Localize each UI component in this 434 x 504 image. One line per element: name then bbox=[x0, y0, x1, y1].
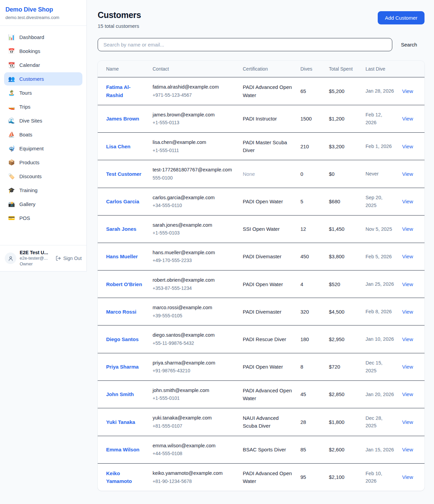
sidebar-item-products[interactable]: 📦Products bbox=[4, 156, 82, 169]
sidebar-item-dashboard[interactable]: 📊Dashboard bbox=[4, 31, 82, 44]
customer-name-link[interactable]: Keiko Yamamoto bbox=[106, 469, 144, 485]
customer-certification: PADI Advanced Open Water bbox=[239, 463, 296, 491]
customer-total-spent: $2,850 bbox=[325, 380, 361, 408]
customer-certification: None bbox=[239, 160, 296, 188]
view-link[interactable]: View bbox=[402, 281, 413, 287]
customer-certification: SSI Open Water bbox=[239, 215, 296, 243]
customer-name-link[interactable]: John Smith bbox=[106, 390, 134, 398]
sailboat-icon: ⛵ bbox=[8, 131, 15, 138]
search-bar: Search bbox=[98, 38, 425, 51]
table-row: Emma Wilsonemma.wilson@example.com+44-55… bbox=[98, 436, 425, 463]
customer-last-dive: Feb 5, 2026 bbox=[361, 243, 398, 270]
view-link[interactable]: View bbox=[402, 419, 413, 425]
customer-phone: +1-555-0101 bbox=[153, 395, 235, 402]
customer-certification: PADI Master Scuba Diver bbox=[239, 132, 296, 160]
customer-email: emma.wilson@example.com bbox=[153, 442, 235, 449]
customer-name-link[interactable]: Carlos Garcia bbox=[106, 198, 139, 205]
sidebar-item-dive-sites[interactable]: 🌊Dive Sites bbox=[4, 114, 82, 127]
table-row: Robert O'Brienrobert.obrien@example.com+… bbox=[98, 270, 425, 298]
search-input[interactable] bbox=[98, 38, 392, 51]
customer-email: diego.santos@example.com bbox=[153, 331, 235, 339]
customer-name-link[interactable]: Emma Wilson bbox=[106, 446, 139, 453]
sidebar-item-training[interactable]: 🎓Training bbox=[4, 184, 82, 197]
customer-dives: 210 bbox=[296, 132, 325, 160]
shop-name: Demo Dive Shop bbox=[5, 6, 81, 13]
column-header-total-spent: Total Spent bbox=[325, 61, 361, 77]
table-row: Carlos Garciacarlos.garcia@example.com+3… bbox=[98, 188, 425, 215]
customer-name-link[interactable]: Test Customer bbox=[106, 170, 141, 178]
view-link[interactable]: View bbox=[402, 309, 413, 315]
customer-total-spent: $0 bbox=[325, 160, 361, 188]
view-link[interactable]: View bbox=[402, 116, 413, 122]
island-icon: 🏝️ bbox=[8, 90, 15, 96]
view-link[interactable]: View bbox=[402, 144, 413, 149]
customer-certification: PADI Advanced Open Water bbox=[239, 77, 296, 105]
sidebar-item-customers[interactable]: 👥Customers bbox=[4, 72, 82, 86]
customer-name-link[interactable]: Fatima Al-Rashid bbox=[106, 83, 144, 99]
view-link[interactable]: View bbox=[402, 254, 413, 259]
view-link[interactable]: View bbox=[402, 199, 413, 204]
customer-certification: NAUI Advanced Scuba Diver bbox=[239, 408, 296, 436]
customer-phone: +81-555-0107 bbox=[153, 423, 235, 430]
customer-email: lisa.chen@example.com bbox=[153, 138, 235, 146]
customer-name-link[interactable]: Marco Rossi bbox=[106, 308, 136, 316]
customer-total-spent: $5,200 bbox=[325, 77, 361, 105]
view-link[interactable]: View bbox=[402, 364, 413, 370]
sidebar-item-pos[interactable]: 💳POS bbox=[4, 211, 82, 225]
column-header-dives: Dives bbox=[296, 61, 325, 77]
sign-out-button[interactable]: Sign Out bbox=[56, 256, 82, 261]
customer-certification: PADI Open Water bbox=[239, 270, 296, 298]
sidebar-item-calendar[interactable]: 📆Calendar bbox=[4, 58, 82, 72]
sidebar: Demo Dive Shop demo.test.divestreams.com… bbox=[0, 0, 87, 272]
customer-total-spent: $1,800 bbox=[325, 408, 361, 436]
customer-phone: +1-555-0103 bbox=[153, 229, 235, 237]
customer-name-link[interactable]: Sarah Jones bbox=[106, 225, 136, 233]
customer-name-link[interactable]: Priya Sharma bbox=[106, 363, 139, 371]
customer-name-link[interactable]: Yuki Tanaka bbox=[106, 418, 135, 426]
customer-email: hans.mueller@example.com bbox=[153, 249, 235, 256]
sidebar-item-gallery[interactable]: 📸Gallery bbox=[4, 198, 82, 211]
add-customer-button[interactable]: Add Customer bbox=[378, 11, 425, 24]
customer-name-link[interactable]: Lisa Chen bbox=[106, 143, 131, 150]
sidebar-item-label: Dashboard bbox=[19, 34, 44, 40]
customer-dives: 0 bbox=[296, 160, 325, 188]
search-button[interactable]: Search bbox=[392, 42, 425, 48]
sidebar-item-label: Dive Sites bbox=[19, 118, 42, 124]
view-link[interactable]: View bbox=[402, 88, 413, 94]
view-link[interactable]: View bbox=[402, 171, 413, 177]
customer-name-link[interactable]: James Brown bbox=[106, 115, 139, 123]
sidebar-item-trips[interactable]: 🚤Trips bbox=[4, 100, 82, 113]
customer-total-spent: $2,600 bbox=[325, 436, 361, 463]
customer-total-spent: $720 bbox=[325, 353, 361, 380]
avatar bbox=[5, 253, 16, 264]
sidebar-item-tours[interactable]: 🏝️Tours bbox=[4, 86, 82, 99]
customer-dives: 5 bbox=[296, 188, 325, 215]
customer-phone: +39-555-0105 bbox=[153, 312, 235, 320]
view-link[interactable]: View bbox=[402, 336, 413, 342]
customer-last-dive: Nov 5, 2025 bbox=[361, 215, 398, 243]
customer-dives: 180 bbox=[296, 325, 325, 353]
table-row: Marco Rossimarco.rossi@example.com+39-55… bbox=[98, 298, 425, 325]
customer-last-dive: Dec 15, 2025 bbox=[361, 353, 398, 380]
customer-name-link[interactable]: Diego Santos bbox=[106, 335, 139, 343]
customer-name-link[interactable]: Robert O'Brien bbox=[106, 280, 142, 288]
view-link[interactable]: View bbox=[402, 447, 413, 452]
customer-total-spent: $2,100 bbox=[325, 463, 361, 491]
customer-dives: 85 bbox=[296, 436, 325, 463]
view-link[interactable]: View bbox=[402, 391, 413, 397]
camera-icon: 📸 bbox=[8, 201, 15, 207]
sidebar-item-discounts[interactable]: 🏷️Discounts bbox=[4, 170, 82, 183]
graduation-cap-icon: 🎓 bbox=[8, 187, 15, 193]
tag-icon: 🏷️ bbox=[8, 173, 15, 180]
view-link[interactable]: View bbox=[402, 226, 413, 232]
customer-certification: PADI Instructor bbox=[239, 105, 296, 132]
sidebar-item-label: Boats bbox=[19, 132, 32, 137]
sidebar-item-bookings[interactable]: 📅Bookings bbox=[4, 44, 82, 58]
credit-card-icon: 💳 bbox=[8, 215, 15, 221]
sidebar-item-equipment[interactable]: 🤿Equipment bbox=[4, 142, 82, 155]
view-link[interactable]: View bbox=[402, 474, 413, 480]
customer-email: test-1772681807767@example.com bbox=[153, 166, 235, 173]
customer-email: sarah.jones@example.com bbox=[153, 221, 235, 229]
customer-name-link[interactable]: Hans Mueller bbox=[106, 253, 138, 260]
sidebar-item-boats[interactable]: ⛵Boats bbox=[4, 128, 82, 141]
